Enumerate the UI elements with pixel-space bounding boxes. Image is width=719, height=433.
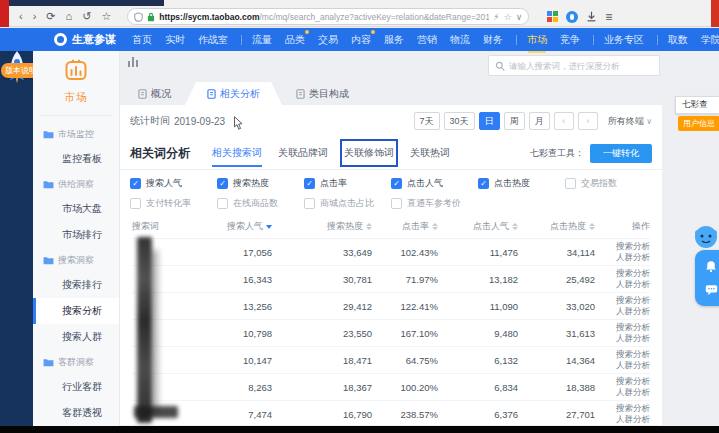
column-header[interactable]: 搜索热度 [272, 220, 372, 233]
topnav-item[interactable]: 交易 [318, 33, 338, 47]
sidebar-item[interactable]: 客群透视 [33, 400, 119, 426]
sidebar-item[interactable]: 搜索排行 [33, 272, 119, 298]
topnav-separator [241, 35, 242, 45]
extensions-grid-icon[interactable] [547, 11, 558, 22]
value-cell: 30,781 [272, 274, 372, 285]
column-header[interactable]: 搜索人气 [194, 220, 272, 233]
date-range-button[interactable]: 30天 [444, 112, 475, 130]
search-input[interactable] [509, 61, 653, 71]
forward-icon[interactable]: › [33, 11, 37, 22]
tab-active[interactable]: 相关分析 [185, 82, 282, 105]
sidebar-item[interactable]: 行业客群 [33, 374, 119, 400]
subtab[interactable]: 关联修饰词 [344, 143, 394, 163]
topnav-item[interactable]: 学院 [701, 33, 719, 47]
column-header[interactable]: 点击人气 [438, 220, 518, 233]
download-icon[interactable] [586, 11, 597, 22]
sidebar-item[interactable]: 搜索人群 [33, 324, 119, 350]
one-key-convert-button[interactable]: 一键转化 [590, 144, 652, 163]
reload-icon[interactable]: ⟳ [46, 11, 55, 22]
sidebar-group-label[interactable]: 市场监控 [33, 122, 119, 146]
topnav-item[interactable]: 市场 [527, 33, 547, 47]
url-dropdown-icon[interactable]: ∨ [516, 12, 523, 22]
tab-item[interactable]: 概况 [124, 82, 185, 105]
star-icon[interactable]: ☆ [504, 12, 512, 22]
date-range-button[interactable]: 周 [504, 112, 525, 130]
topnav-item[interactable]: 内容 [351, 33, 371, 47]
metric-checkbox[interactable]: ✓搜索热度 [217, 177, 304, 190]
brand[interactable]: 生意参谋 [54, 32, 116, 47]
topnav-item[interactable]: 取数 [668, 33, 688, 47]
action-link[interactable]: 搜索分析 [595, 268, 650, 279]
pager-button[interactable]: › [578, 112, 598, 130]
action-link[interactable]: 搜索分析 [595, 403, 650, 414]
metric-checkbox[interactable]: ✓搜索人气 [130, 177, 217, 190]
back-icon[interactable]: ‹ [19, 11, 23, 22]
topnav-item[interactable]: 作战室 [198, 33, 228, 47]
chat-icon[interactable] [705, 284, 718, 296]
flash-icon[interactable]: ⚡ [493, 12, 499, 22]
url-bar[interactable]: https://sycm.taobao.com/mc/mq/search_ana… [127, 8, 529, 25]
metric-checkbox[interactable]: ✓点击热度 [478, 177, 565, 190]
metric-checkbox[interactable]: 商城点击占比 [304, 197, 391, 210]
sidebar-item[interactable]: 监控看板 [33, 146, 119, 172]
metric-checkbox[interactable]: 支付转化率 [130, 197, 217, 210]
history-icon[interactable]: ↺ [82, 11, 91, 22]
topnav-item[interactable]: 实时 [165, 33, 185, 47]
sidebar-item[interactable]: 搜索分析 [33, 298, 119, 324]
qicai-button[interactable]: 七彩查 [675, 96, 719, 114]
tab-item[interactable]: 类目构成 [282, 82, 363, 105]
date-range-button[interactable]: 日 [479, 112, 500, 130]
action-link[interactable]: 搜索分析 [595, 376, 650, 387]
bookmark-icon[interactable]: ☆ [101, 11, 111, 22]
bell-icon[interactable] [705, 260, 717, 273]
action-link[interactable]: 人群分析 [595, 414, 650, 425]
sidebar-item[interactable]: 市场排行 [33, 222, 119, 248]
subtab[interactable]: 相关搜索词 [212, 143, 262, 163]
action-link[interactable]: 人群分析 [595, 387, 650, 398]
action-link[interactable]: 搜索分析 [595, 349, 650, 360]
topnav-item[interactable]: 营销 [417, 33, 437, 47]
action-link[interactable]: 人群分析 [595, 279, 650, 290]
stat-date-value[interactable]: 2019-09-23 [174, 116, 225, 127]
subtab[interactable]: 关联品牌词 [278, 143, 328, 163]
action-link[interactable]: 人群分析 [595, 252, 650, 263]
topnav-item[interactable]: 服务 [384, 33, 404, 47]
metric-checkbox[interactable]: ✓点击率 [304, 177, 391, 190]
action-link[interactable]: 人群分析 [595, 306, 650, 317]
action-link[interactable]: 搜索分析 [595, 295, 650, 306]
metric-checkbox[interactable]: 交易指数 [565, 177, 652, 190]
topnav-item[interactable]: 物流 [450, 33, 470, 47]
topnav-item[interactable]: 业务专区 [604, 33, 644, 47]
action-link[interactable]: 人群分析 [595, 360, 650, 371]
metric-checkbox[interactable]: ✓点击人气 [391, 177, 478, 190]
terminal-dropdown[interactable]: 所有终端 ∨ [608, 115, 652, 128]
checkbox-checked-icon: ✓ [130, 178, 141, 189]
topnav-item[interactable]: 品类 [285, 33, 305, 47]
value-cell: 102.43% [372, 247, 438, 258]
date-range-button[interactable]: 7天 [414, 112, 440, 130]
actions-cell: 搜索分析人群分析 [595, 403, 650, 424]
action-link[interactable]: 人群分析 [595, 333, 650, 344]
action-link[interactable]: 搜索分析 [595, 241, 650, 252]
sidebar-group-label[interactable]: 客群洞察 [33, 350, 119, 374]
mascot-icon[interactable] [693, 224, 719, 250]
sidebar-group-label[interactable]: 搜索洞察 [33, 248, 119, 272]
topnav-item[interactable]: 财务 [483, 33, 503, 47]
browser-extension-icon[interactable] [566, 11, 578, 23]
topnav-item[interactable]: 流量 [252, 33, 272, 47]
topnav-item[interactable]: 竞争 [560, 33, 580, 47]
home-icon[interactable]: ⌂ [66, 11, 73, 22]
action-link[interactable]: 搜索分析 [595, 322, 650, 333]
menu-icon[interactable]: ≡ [605, 10, 612, 24]
metric-checkbox[interactable]: 在线商品数 [217, 197, 304, 210]
sidebar-item[interactable]: 市场大盘 [33, 196, 119, 222]
topnav-item[interactable]: 首页 [132, 33, 152, 47]
column-header[interactable]: 点击热度 [518, 220, 595, 233]
metric-checkbox[interactable]: 直通车参考价 [391, 197, 478, 210]
date-range-button[interactable]: 月 [529, 112, 550, 130]
sidebar-group-label[interactable]: 供给洞察 [33, 172, 119, 196]
pager-button[interactable]: ‹ [554, 112, 574, 130]
subtab[interactable]: 关联热词 [410, 143, 450, 163]
column-header[interactable]: 点击率 [372, 220, 438, 233]
user-info-button[interactable]: 用户信息 [678, 116, 719, 131]
